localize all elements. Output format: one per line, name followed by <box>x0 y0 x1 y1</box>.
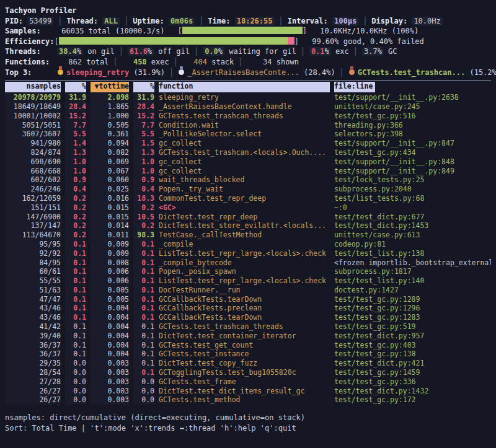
nsamples-cell: 43/46 <box>5 313 61 322</box>
nsamples-cell: 5051/5051 <box>5 121 61 130</box>
table-row[interactable]: 113/646700.20.01198.3TestCase._callTestM… <box>5 231 491 240</box>
table-row[interactable]: 824/8741.30.0821.3GCTests.test_trashcan.… <box>5 148 491 157</box>
table-row[interactable]: 941/9801.40.0941.5gc_collecttest/support… <box>5 139 491 148</box>
direct-pct-cell: 0.0 <box>65 387 86 396</box>
cumulative-pct-cell: 28.4 <box>133 102 154 112</box>
table-row[interactable]: 246/2460.40.0250.4Popen._try_waitsubproc… <box>5 185 491 194</box>
table-row[interactable]: 95/950.10.0090.1_compilecodeop.py:81 <box>5 240 491 249</box>
separator: │ <box>234 58 247 66</box>
samples-rate-bar <box>182 27 303 34</box>
table-row[interactable]: 28/540.00.0030.1GCTogglingTests.test_bug… <box>5 368 491 377</box>
column-header-file-line[interactable]: file:line <box>334 82 375 92</box>
column-header-tottime-sorted[interactable]: ▼tottime <box>91 82 129 92</box>
column-header-direct-pct[interactable]: % <box>65 82 86 92</box>
tottime-cell: 0.003 <box>91 387 129 396</box>
percent-sign: % <box>218 47 223 56</box>
top3-share: (28.4%) <box>304 68 335 77</box>
table-row[interactable]: 3607/36075.50.3615.5_PollLikeSelector.se… <box>5 130 491 139</box>
thread-label: Thread: <box>66 17 102 25</box>
nsamples-cell: 55/55 <box>5 276 61 286</box>
direct-pct-cell: 0.1 <box>65 286 86 295</box>
function-cell: GCTests.test_trashcan_threads <box>159 322 330 332</box>
nsamples-cell: 43/46 <box>5 304 61 313</box>
top3-item[interactable]: sleeping_retry (31.9%) <box>57 68 165 77</box>
table-row[interactable]: 60/610.10.0060.1Popen._posix_spawnsubpro… <box>5 267 491 276</box>
table-row[interactable]: 84/950.10.0080.1_compile_bytecode<frozen… <box>5 258 491 268</box>
function-stat: 862 total <box>57 58 108 66</box>
thread-stat-caption: waiting for gil <box>224 47 296 56</box>
top3-item[interactable]: GCTests.test_trashcan... (15.2%) <box>348 68 496 77</box>
top3-function-name: sleeping_retry <box>66 68 133 77</box>
file-line-cell: test/test_gc.py:434 <box>334 148 491 157</box>
table-row[interactable]: 92/920.10.0090.1ListTest.test_repr_large… <box>5 249 491 258</box>
efficiency-line: Efficiency:[] 99.60% good, 0.40% failed <box>5 37 491 47</box>
top3-share: (31.9%) <box>133 68 165 77</box>
tottime-cell: 1.000 <box>91 112 129 121</box>
footer: nsamples: direct/cumulative (direct=exec… <box>5 413 491 434</box>
column-header-cumulative-pct[interactable]: % <box>133 82 154 92</box>
tottime-cell: 0.004 <box>91 341 129 350</box>
nsamples-cell: 39/40 <box>5 332 61 341</box>
table-row[interactable]: 41/420.10.0040.1GCTests.test_trashcan_th… <box>5 322 491 332</box>
nsamples-cell: 26/27 <box>5 387 61 396</box>
efficiency-bar-open-bracket: [ <box>54 37 58 46</box>
column-header-nsamples[interactable]: nsamples <box>5 82 61 92</box>
table-row[interactable]: 27/280.00.0030.0GCTests.test_frametest/t… <box>5 377 491 387</box>
thread-stat-value: 3.7% <box>362 47 384 56</box>
tottime-cell: 0.008 <box>91 258 129 268</box>
direct-pct-cell: 5.5 <box>65 130 86 139</box>
file-line-cell: doctest.py:1427 <box>334 286 491 295</box>
function-stat-number: 458 <box>122 57 147 68</box>
nsamples-cell: 95/95 <box>5 240 61 249</box>
table-row[interactable]: 147/69000.20.01510.5DictTest.test_repr_d… <box>5 213 491 222</box>
table-row[interactable]: 29/350.00.0030.1DictTest.test_copy_fuzzt… <box>5 359 491 368</box>
gold-medal-icon <box>58 69 63 75</box>
table-row[interactable]: 51/630.10.0050.1DocTestRunner.__rundocte… <box>5 286 491 295</box>
cumulative-pct-cell: 0.1 <box>133 258 154 268</box>
column-header-function[interactable]: function <box>159 82 330 92</box>
nsamples-cell: 84/95 <box>5 258 61 268</box>
table-row[interactable]: 162/120590.20.01618.3CommonTest.test_rep… <box>5 194 491 203</box>
table-row[interactable]: 137/1470.20.0140.2DictTest.test_store_ev… <box>5 221 491 231</box>
function-stat-caption: shown <box>272 58 299 66</box>
file-line-cell: test/test_list.py:138 <box>334 249 491 258</box>
tottime-cell: 0.025 <box>91 185 129 194</box>
cumulative-pct-cell: 0.1 <box>133 249 154 258</box>
table-row[interactable]: 18649/1864928.41.86528.4_AssertRaisesBas… <box>5 102 491 112</box>
top3-item[interactable]: _AssertRaisesBaseConte... (28.4%) <box>178 68 335 77</box>
file-line-cell: threading.py:366 <box>334 121 491 130</box>
file-line-cell: test/test_gc.py:1459 <box>334 368 491 377</box>
table-row[interactable]: 5051/50517.70.5057.7Condition.waitthread… <box>5 121 491 130</box>
table-row[interactable]: 36/370.10.0040.1GCTests.test_get_countte… <box>5 341 491 350</box>
table-row[interactable]: 26/270.00.0030.0GCTests.test_methodtest/… <box>5 395 491 405</box>
table-row[interactable]: 43/460.10.0040.1GCCallbackTests.preclean… <box>5 304 491 313</box>
table-row[interactable]: 602/6020.90.0600.9wait_threads_blockedte… <box>5 175 491 185</box>
threads-stats: 38.4% on gil│61.6% off gil│0.0% waiting … <box>57 47 397 56</box>
table-row[interactable]: 55/550.10.0060.1ListTest.test_repr_large… <box>5 276 491 286</box>
direct-pct-cell: 1.3 <box>65 148 86 157</box>
tottime-cell: 0.003 <box>91 395 129 405</box>
function-cell: wait_threads_blocked <box>159 175 330 185</box>
direct-pct-cell: 0.2 <box>65 203 86 213</box>
file-line-cell: test/test_gc.py:519 <box>334 322 491 332</box>
table-row[interactable]: 20978/2097931.92.09831.9sleeping_retryte… <box>5 93 491 102</box>
nsamples-cell: 151/151 <box>5 203 61 213</box>
table-row[interactable]: 151/1510.20.0150.2<GC>~:0 <box>5 203 491 213</box>
table-row[interactable]: 10001/1000215.21.00015.2GCTests.test_tra… <box>5 112 491 121</box>
table-row[interactable]: 36/370.10.0040.1GCTests.test_instancetes… <box>5 349 491 359</box>
direct-pct-cell: 0.1 <box>65 267 86 276</box>
separator: │ <box>335 68 348 77</box>
file-line-cell: unittest/case.py:245 <box>334 102 491 112</box>
footer-keybindings: Sort: Total Time | 't':mode 'x':trends ↔… <box>5 423 491 434</box>
table-row[interactable]: 26/270.00.0030.0DictTest.test_dict_items… <box>5 387 491 396</box>
nsamples-cell: 824/874 <box>5 148 61 157</box>
threads-line: Threads:38.4% on gil│61.6% off gil│0.0% … <box>5 46 491 57</box>
nsamples-cell: 26/27 <box>5 395 61 405</box>
table-row[interactable]: 47/470.10.0050.1GCCallbackTests.tearDown… <box>5 295 491 304</box>
table-row[interactable]: 39/400.10.0040.1DictTest.test_container_… <box>5 332 491 341</box>
table-row[interactable]: 690/6901.00.0691.0gc_collecttest/support… <box>5 157 491 167</box>
table-row[interactable]: 668/6681.00.0671.0gc_collecttest/support… <box>5 167 491 176</box>
table-row[interactable]: 43/460.10.0040.1GCCallbackTests.tearDown… <box>5 313 491 322</box>
tottime-cell: 0.069 <box>91 157 129 167</box>
tottime-cell: 0.015 <box>91 203 129 213</box>
